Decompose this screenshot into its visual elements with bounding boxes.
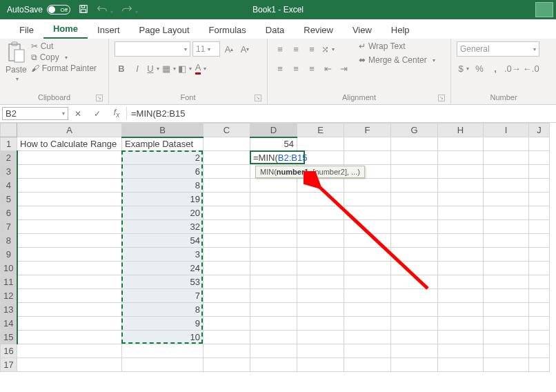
- cell-I6[interactable]: [484, 206, 529, 220]
- cell-G17[interactable]: [391, 358, 438, 372]
- cell-A1[interactable]: How to Calculate Range: [17, 137, 122, 151]
- dialog-launcher-icon[interactable]: ↘: [438, 95, 445, 101]
- cell-C4[interactable]: [203, 179, 250, 193]
- cell-H14[interactable]: [438, 317, 484, 331]
- tab-page-layout[interactable]: Page Layout: [130, 21, 199, 39]
- row-header-4[interactable]: 4: [1, 179, 17, 193]
- cell-J8[interactable]: [529, 234, 550, 248]
- borders-button[interactable]: ▦▾: [162, 61, 176, 76]
- fx-icon[interactable]: fx: [107, 107, 126, 120]
- tab-view[interactable]: View: [343, 21, 381, 39]
- cell-C9[interactable]: [203, 248, 250, 262]
- cell-D13[interactable]: [250, 303, 297, 317]
- cell-C15[interactable]: [203, 331, 250, 344]
- cell-C12[interactable]: [203, 289, 250, 303]
- cell-J15[interactable]: [529, 331, 550, 344]
- cell-E14[interactable]: [297, 317, 344, 331]
- cell-B13[interactable]: 8: [122, 303, 203, 317]
- align-left-icon[interactable]: ≡: [273, 61, 287, 76]
- font-color-button[interactable]: A▾: [194, 61, 208, 76]
- cell-B17[interactable]: [122, 358, 203, 372]
- cell-H16[interactable]: [438, 344, 484, 358]
- cell-A9[interactable]: [17, 248, 122, 262]
- tab-formulas[interactable]: Formulas: [199, 21, 256, 39]
- cell-D1[interactable]: 54: [250, 137, 297, 151]
- cell-B10[interactable]: 24: [122, 262, 203, 275]
- cell-E12[interactable]: [297, 289, 344, 303]
- cell-A17[interactable]: [17, 358, 122, 372]
- cell-F6[interactable]: [344, 206, 391, 220]
- cell-D16[interactable]: [250, 344, 297, 358]
- cell-F11[interactable]: [344, 275, 391, 289]
- cell-G2[interactable]: [391, 151, 438, 165]
- row-header-9[interactable]: 9: [1, 248, 17, 262]
- cell-C1[interactable]: [203, 137, 250, 151]
- cell-H17[interactable]: [438, 358, 484, 372]
- cell-A15[interactable]: [17, 331, 122, 344]
- cell-I10[interactable]: [484, 262, 529, 275]
- cell-B12[interactable]: 7: [122, 289, 203, 303]
- cell-G16[interactable]: [391, 344, 438, 358]
- cell-G8[interactable]: [391, 234, 438, 248]
- col-header-H[interactable]: H: [438, 124, 484, 137]
- cell-D11[interactable]: [250, 275, 297, 289]
- cell-F9[interactable]: [344, 248, 391, 262]
- cell-A11[interactable]: [17, 275, 122, 289]
- tab-insert[interactable]: Insert: [88, 21, 130, 39]
- cell-H6[interactable]: [438, 206, 484, 220]
- row-header-7[interactable]: 7: [1, 220, 17, 234]
- cell-E13[interactable]: [297, 303, 344, 317]
- cell-F10[interactable]: [344, 262, 391, 275]
- cell-I5[interactable]: [484, 193, 529, 206]
- cell-D15[interactable]: [250, 331, 297, 344]
- tab-review[interactable]: Review: [294, 21, 343, 39]
- cell-F17[interactable]: [344, 358, 391, 372]
- col-header-A[interactable]: A: [17, 124, 122, 137]
- decrease-decimal-icon[interactable]: ←.0: [523, 61, 539, 76]
- cell-J3[interactable]: [529, 165, 550, 179]
- cell-C16[interactable]: [203, 344, 250, 358]
- col-header-I[interactable]: I: [484, 124, 529, 137]
- cell-A12[interactable]: [17, 289, 122, 303]
- cell-G11[interactable]: [391, 275, 438, 289]
- row-header-12[interactable]: 12: [1, 289, 17, 303]
- cell-D5[interactable]: [250, 193, 297, 206]
- cell-B8[interactable]: 54: [122, 234, 203, 248]
- align-right-icon[interactable]: ≡: [305, 61, 319, 76]
- cell-E15[interactable]: [297, 331, 344, 344]
- cell-I15[interactable]: [484, 331, 529, 344]
- col-header-F[interactable]: F: [344, 124, 391, 137]
- cell-A5[interactable]: [17, 193, 122, 206]
- cell-I2[interactable]: [484, 151, 529, 165]
- cell-C6[interactable]: [203, 206, 250, 220]
- cell-E11[interactable]: [297, 275, 344, 289]
- cell-C3[interactable]: [203, 165, 250, 179]
- cell-G6[interactable]: [391, 206, 438, 220]
- cell-C10[interactable]: [203, 262, 250, 275]
- cell-H15[interactable]: [438, 331, 484, 344]
- row-header-13[interactable]: 13: [1, 303, 17, 317]
- cell-H1[interactable]: [438, 137, 484, 151]
- cell-B14[interactable]: 9: [122, 317, 203, 331]
- row-header-14[interactable]: 14: [1, 317, 17, 331]
- spreadsheet-grid[interactable]: A B C D E F G H I J 1How to Calculate Ra…: [0, 123, 556, 372]
- cell-J1[interactable]: [529, 137, 550, 151]
- accept-formula-icon[interactable]: ✓: [88, 107, 107, 120]
- number-format-select[interactable]: General▾: [457, 41, 539, 57]
- cell-H2[interactable]: [438, 151, 484, 165]
- account-box[interactable]: [535, 2, 553, 17]
- row-header-10[interactable]: 10: [1, 262, 17, 275]
- cell-E5[interactable]: [297, 193, 344, 206]
- cell-A10[interactable]: [17, 262, 122, 275]
- merge-center-button[interactable]: ⬌Merge & Center▾: [359, 55, 435, 65]
- cell-A3[interactable]: [17, 165, 122, 179]
- save-icon[interactable]: [79, 4, 88, 16]
- cell-G4[interactable]: [391, 179, 438, 193]
- paste-button[interactable]: Paste ▾: [6, 41, 27, 82]
- cell-J13[interactable]: [529, 303, 550, 317]
- cell-E10[interactable]: [297, 262, 344, 275]
- cell-J7[interactable]: [529, 220, 550, 234]
- tab-home[interactable]: Home: [43, 19, 88, 39]
- cell-J6[interactable]: [529, 206, 550, 220]
- cell-G13[interactable]: [391, 303, 438, 317]
